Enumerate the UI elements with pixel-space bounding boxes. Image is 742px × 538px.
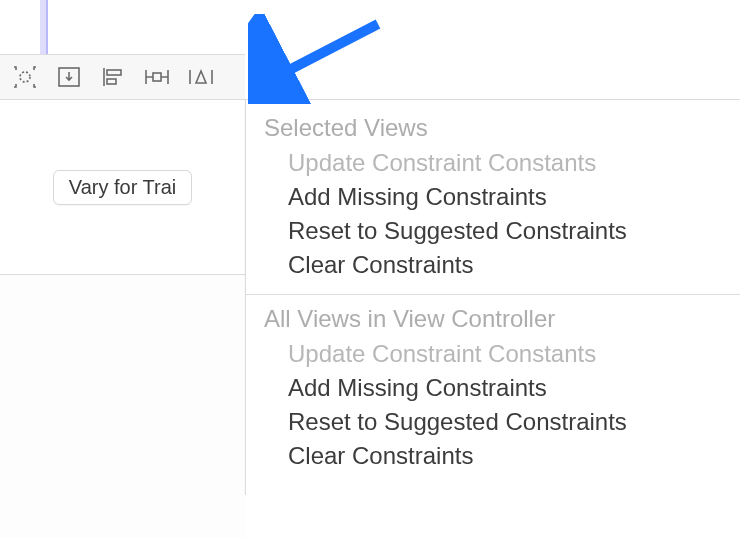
- menu-item-reset-suggested-selected[interactable]: Reset to Suggested Constraints: [246, 214, 740, 248]
- vary-for-traits-button[interactable]: Vary for Trai: [53, 170, 192, 205]
- menu-item-reset-suggested-all[interactable]: Reset to Suggested Constraints: [246, 405, 740, 439]
- update-frames-icon[interactable]: [10, 64, 40, 90]
- menu-item-add-missing-all[interactable]: Add Missing Constraints: [246, 371, 740, 405]
- svg-rect-4: [153, 73, 161, 81]
- traits-bar: Vary for Trai: [0, 100, 245, 275]
- resolve-issues-icon[interactable]: [186, 64, 216, 90]
- auto-layout-toolbar: [0, 54, 245, 100]
- left-empty-area: [0, 275, 245, 538]
- menu-item-clear-all[interactable]: Clear Constraints: [246, 439, 740, 473]
- menu-section-header-all: All Views in View Controller: [246, 295, 740, 337]
- resolve-auto-layout-menu: Selected Views Update Constraint Constan…: [245, 99, 740, 495]
- align-icon[interactable]: [98, 64, 128, 90]
- menu-item-update-constants-all: Update Constraint Constants: [246, 337, 740, 371]
- menu-section-header-selected: Selected Views: [246, 100, 740, 146]
- svg-rect-3: [107, 79, 116, 84]
- menu-item-update-constants-selected: Update Constraint Constants: [246, 146, 740, 180]
- menu-item-add-missing-selected[interactable]: Add Missing Constraints: [246, 180, 740, 214]
- embed-in-icon[interactable]: [54, 64, 84, 90]
- add-constraints-icon[interactable]: [142, 64, 172, 90]
- canvas-selection-line: [46, 0, 48, 54]
- svg-rect-2: [107, 70, 121, 75]
- annotation-arrow: [248, 14, 388, 104]
- svg-line-6: [266, 24, 378, 82]
- menu-item-clear-selected[interactable]: Clear Constraints: [246, 248, 740, 282]
- svg-point-0: [20, 72, 30, 82]
